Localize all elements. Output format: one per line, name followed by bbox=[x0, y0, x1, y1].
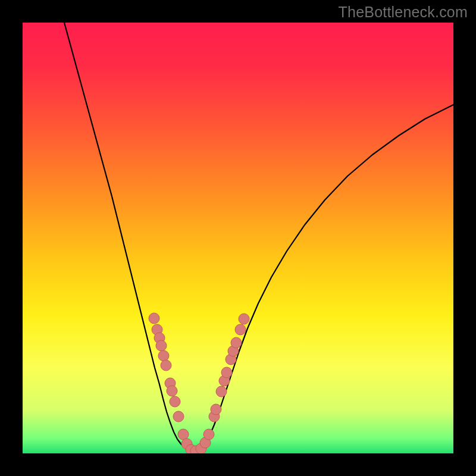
curve-marker bbox=[156, 340, 167, 351]
curve-marker bbox=[221, 367, 232, 378]
curve-marker bbox=[167, 386, 177, 396]
curve-marker bbox=[170, 396, 180, 407]
gradient-chart bbox=[23, 23, 453, 453]
curve-marker bbox=[173, 411, 184, 422]
curve-marker bbox=[211, 404, 221, 415]
gradient-background bbox=[23, 23, 453, 453]
curve-marker bbox=[178, 429, 189, 440]
curve-marker bbox=[235, 324, 246, 335]
outer-frame: TheBottleneck.com bbox=[0, 0, 476, 476]
curve-marker bbox=[158, 350, 169, 361]
curve-marker bbox=[161, 360, 171, 371]
curve-marker bbox=[231, 337, 242, 348]
curve-marker bbox=[239, 314, 249, 324]
curve-marker bbox=[216, 386, 227, 397]
watermark-label: TheBottleneck.com bbox=[339, 4, 468, 21]
curve-marker bbox=[203, 429, 214, 440]
curve-marker bbox=[149, 313, 159, 324]
plot-area bbox=[23, 23, 453, 453]
